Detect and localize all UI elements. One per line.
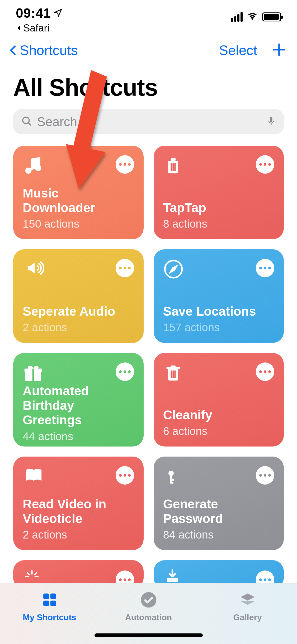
- dictation-icon[interactable]: [266, 115, 276, 128]
- more-button[interactable]: [116, 466, 134, 485]
- speaker-icon: [23, 259, 44, 280]
- svg-rect-37: [50, 601, 56, 606]
- tab-automation[interactable]: Automation: [100, 591, 197, 622]
- card-title: Music Downloader: [23, 186, 134, 215]
- card-subtitle: 8 actions: [163, 218, 275, 230]
- more-button[interactable]: [256, 362, 274, 381]
- search-input[interactable]: [37, 114, 262, 129]
- shortcuts-grid: Music Downloader 150 actions TapTap 8 ac…: [0, 134, 297, 589]
- card-title: Automated Birthday Greetings: [23, 384, 134, 427]
- gift-icon: [23, 362, 44, 384]
- card-title: TapTap: [163, 200, 275, 215]
- ellipsis-icon: [259, 578, 271, 581]
- status-time: 09:41: [16, 6, 51, 21]
- trash-icon: [163, 362, 184, 384]
- clock-check-icon: [140, 591, 157, 609]
- back-label: Shortcuts: [20, 42, 78, 58]
- cellular-icon: [231, 12, 243, 22]
- svg-point-6: [25, 168, 31, 174]
- svg-line-29: [27, 573, 30, 575]
- shortcut-card-taptap[interactable]: TapTap 8 actions: [154, 146, 284, 239]
- svg-point-7: [35, 165, 41, 171]
- svg-point-24: [168, 471, 174, 476]
- tab-label: Automation: [125, 613, 172, 622]
- home-indicator[interactable]: [95, 633, 203, 637]
- shortcut-card-read-video[interactable]: Read Video in Videoticle 2 actions: [13, 457, 144, 550]
- svg-rect-35: [50, 594, 56, 599]
- tab-gallery[interactable]: Gallery: [199, 591, 296, 622]
- status-right: [231, 12, 281, 22]
- ellipsis-icon: [119, 370, 131, 373]
- card-subtitle: 157 actions: [163, 321, 275, 334]
- ellipsis-icon: [119, 578, 131, 581]
- more-button[interactable]: [256, 259, 274, 277]
- card-subtitle: 2 actions: [23, 321, 134, 334]
- more-button[interactable]: [116, 362, 134, 381]
- page-title: All Shortcuts: [0, 63, 297, 109]
- back-button[interactable]: Shortcuts: [7, 42, 78, 58]
- ellipsis-icon: [259, 267, 271, 269]
- svg-rect-10: [171, 158, 176, 161]
- status-bar: 09:41 Safari: [0, 0, 297, 34]
- card-subtitle: 44 actions: [23, 430, 134, 443]
- svg-rect-22: [172, 371, 174, 378]
- shortcut-card-save-locations[interactable]: Save Locations 157 actions: [154, 249, 284, 343]
- svg-rect-17: [32, 369, 34, 381]
- shortcut-card-seperate-audio[interactable]: Seperate Audio 2 actions: [13, 249, 144, 343]
- ellipsis-icon: [259, 370, 271, 373]
- more-button[interactable]: [116, 155, 134, 174]
- more-button[interactable]: [116, 259, 134, 277]
- tab-label: My Shortcuts: [23, 613, 76, 622]
- search-field[interactable]: [13, 109, 284, 134]
- svg-rect-33: [167, 578, 178, 582]
- shortcut-card-generate-password[interactable]: Generate Password 84 actions: [154, 457, 284, 550]
- status-back-to-app[interactable]: Safari: [16, 22, 63, 34]
- ellipsis-icon: [119, 163, 131, 166]
- svg-point-2: [23, 117, 29, 124]
- location-icon: [54, 8, 63, 18]
- plus-icon: [272, 42, 286, 57]
- key-icon: [163, 466, 184, 487]
- ellipsis-icon: [119, 474, 131, 477]
- card-subtitle: 84 actions: [163, 528, 275, 541]
- tab-label: Gallery: [233, 613, 262, 622]
- svg-rect-12: [172, 163, 174, 171]
- add-button[interactable]: [272, 42, 286, 58]
- svg-rect-4: [270, 117, 272, 122]
- wifi-icon: [246, 12, 258, 22]
- search-icon: [21, 116, 32, 128]
- svg-rect-20: [171, 366, 176, 368]
- svg-rect-5: [271, 123, 272, 125]
- tab-my-shortcuts[interactable]: My Shortcuts: [1, 591, 98, 622]
- svg-rect-27: [170, 482, 173, 484]
- card-subtitle: 150 actions: [23, 218, 134, 230]
- svg-rect-36: [43, 601, 49, 606]
- svg-rect-23: [174, 371, 176, 378]
- card-title: Cleanify: [163, 408, 275, 422]
- ellipsis-icon: [259, 163, 271, 166]
- nav-bar: Shortcuts Select: [0, 34, 297, 63]
- shortcut-card-cleanify[interactable]: Cleanify 6 actions: [154, 353, 284, 447]
- grid-icon: [41, 591, 58, 609]
- shortcut-card-birthday-greetings[interactable]: Automated Birthday Greetings 44 actions: [13, 353, 144, 447]
- card-title: Seperate Audio: [23, 304, 134, 319]
- book-icon: [23, 466, 44, 487]
- music-note-icon: [23, 155, 44, 176]
- svg-rect-11: [171, 163, 172, 171]
- more-button[interactable]: [256, 466, 274, 485]
- ellipsis-icon: [119, 267, 131, 269]
- select-button[interactable]: Select: [219, 42, 257, 58]
- card-title: Read Video in Videoticle: [23, 497, 134, 526]
- shortcut-card-music-downloader[interactable]: Music Downloader 150 actions: [13, 146, 144, 239]
- svg-rect-21: [171, 371, 172, 378]
- layers-icon: [239, 591, 256, 609]
- svg-line-30: [35, 573, 37, 575]
- card-title: Generate Password: [163, 497, 275, 526]
- battery-icon: [262, 12, 281, 21]
- status-left: 09:41 Safari: [16, 6, 63, 34]
- svg-point-38: [141, 592, 156, 608]
- back-triangle-icon: [16, 24, 22, 32]
- svg-rect-13: [174, 163, 176, 171]
- more-button[interactable]: [256, 155, 274, 174]
- compass-icon: [163, 259, 184, 280]
